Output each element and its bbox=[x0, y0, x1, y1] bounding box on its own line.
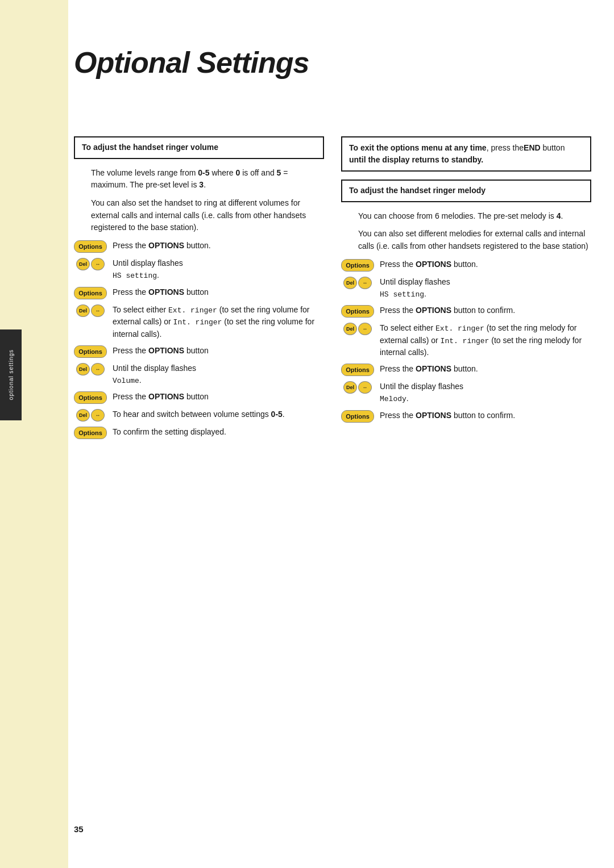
left-step-2: Del ↔ Until display flashesHS setting. bbox=[74, 257, 324, 282]
right-column: To exit the options menu at any time, pr… bbox=[341, 136, 591, 444]
left-step-4: Del ↔ To select either Ext. ringer (to s… bbox=[74, 304, 324, 340]
right-options-icon-1: Options bbox=[341, 259, 374, 272]
left-step-9: Options To confirm the setting displayed… bbox=[74, 426, 324, 439]
left-para1: The volume levels range from 0-5 where 0… bbox=[91, 167, 324, 191]
right-section-box: To adjust the handset ringer melody bbox=[341, 180, 591, 202]
content-area: To adjust the handset ringer volume The … bbox=[74, 136, 591, 444]
page-number: 35 bbox=[74, 824, 84, 834]
left-step-6: Del ↔ Until the display flashesVolume. bbox=[74, 362, 324, 387]
nav-icon-8: Del ↔ bbox=[74, 409, 107, 422]
right-nav-icon-4: Del ↔ bbox=[341, 323, 374, 335]
right-step-2-text: Until display flashesHS setting. bbox=[380, 276, 450, 301]
right-step-4: Del ↔ To select either Ext. ringer (to s… bbox=[341, 322, 591, 358]
right-nav-icon-6: Del ↔ bbox=[341, 381, 374, 394]
sidebar-background bbox=[0, 0, 68, 868]
left-step-8: Del ↔ To hear and switch between volume … bbox=[74, 408, 324, 422]
left-para2: You can also set the handset to ring at … bbox=[91, 197, 324, 234]
nav-icon-6: Del ↔ bbox=[74, 363, 107, 375]
right-step-6: Del ↔ Until the display flashesMelody. bbox=[341, 381, 591, 405]
right-step-2: Del ↔ Until display flashesHS setting. bbox=[341, 276, 591, 301]
right-step-4-text: To select either Ext. ringer (to set the… bbox=[380, 322, 591, 358]
options-icon-5: Options bbox=[74, 345, 107, 358]
page-title: Optional Settings bbox=[74, 45, 309, 80]
right-step-1-text: Press the OPTIONS button. bbox=[380, 258, 478, 270]
left-step-7-text: Press the OPTIONS button bbox=[113, 391, 209, 403]
right-step-5: Options Press the OPTIONS button. bbox=[341, 363, 591, 376]
left-step-1-text: Press the OPTIONS button. bbox=[113, 240, 211, 252]
left-step-3: Options Press the OPTIONS button bbox=[74, 286, 324, 299]
left-step-4-text: To select either Ext. ringer (to set the… bbox=[113, 304, 324, 340]
right-nav-icon-2: Del ↔ bbox=[341, 277, 374, 289]
right-step-7-text: Press the OPTIONS button to confirm. bbox=[380, 410, 515, 422]
options-icon-3: Options bbox=[74, 287, 107, 299]
exit-box: To exit the options menu at any time, pr… bbox=[341, 136, 591, 172]
right-section-title: To adjust the handset ringer melody bbox=[349, 185, 583, 197]
sidebar-label: optional settings bbox=[0, 329, 22, 420]
options-icon-1: Options bbox=[74, 240, 107, 253]
right-step-1: Options Press the OPTIONS button. bbox=[341, 258, 591, 272]
nav-icon-4: Del ↔ bbox=[74, 304, 107, 317]
right-options-icon-5: Options bbox=[341, 364, 374, 376]
left-step-3-text: Press the OPTIONS button bbox=[113, 286, 209, 298]
right-step-3-text: Press the OPTIONS button to confirm. bbox=[380, 304, 515, 316]
options-icon-9: Options bbox=[74, 427, 107, 439]
options-icon-7: Options bbox=[74, 391, 107, 404]
left-step-8-text: To hear and switch between volume settin… bbox=[113, 408, 285, 420]
left-step-1: Options Press the OPTIONS button. bbox=[74, 240, 324, 253]
left-step-9-text: To confirm the setting displayed. bbox=[113, 426, 226, 438]
left-section-box: To adjust the handset ringer volume bbox=[74, 136, 324, 159]
right-options-icon-3: Options bbox=[341, 305, 374, 318]
right-para2: You can also set different melodies for … bbox=[358, 228, 591, 252]
nav-icon-2: Del ↔ bbox=[74, 258, 107, 270]
right-options-icon-7: Options bbox=[341, 410, 374, 423]
left-step-5-text: Press the OPTIONS button bbox=[113, 345, 209, 357]
left-step-7: Options Press the OPTIONS button bbox=[74, 391, 324, 404]
left-section-title: To adjust the handset ringer volume bbox=[82, 142, 316, 153]
left-step-2-text: Until display flashesHS setting. bbox=[113, 257, 183, 282]
left-column: To adjust the handset ringer volume The … bbox=[74, 136, 324, 444]
right-para1: You can choose from 6 melodies. The pre-… bbox=[358, 210, 591, 223]
left-step-6-text: Until the display flashesVolume. bbox=[113, 362, 196, 387]
right-step-7: Options Press the OPTIONS button to conf… bbox=[341, 410, 591, 423]
left-step-5: Options Press the OPTIONS button bbox=[74, 345, 324, 358]
right-step-5-text: Press the OPTIONS button. bbox=[380, 363, 478, 375]
right-step-3: Options Press the OPTIONS button to conf… bbox=[341, 304, 591, 318]
right-step-6-text: Until the display flashesMelody. bbox=[380, 381, 463, 405]
